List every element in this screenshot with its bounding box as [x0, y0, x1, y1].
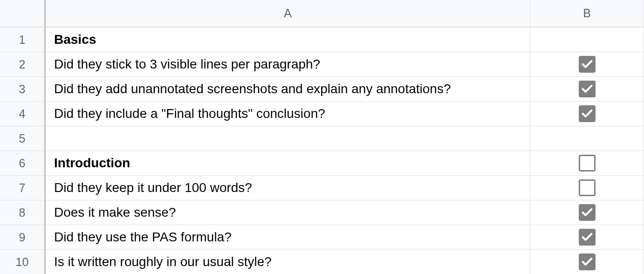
row-header-3[interactable]: 3 — [0, 76, 46, 101]
checkbox-b6[interactable] — [579, 155, 596, 171]
cell-b6[interactable] — [530, 151, 644, 175]
check-icon — [581, 107, 594, 120]
cell-b9[interactable] — [530, 225, 644, 249]
row-header-2[interactable]: 2 — [0, 52, 46, 76]
cell-b8[interactable] — [530, 200, 644, 225]
cell-a10[interactable]: Is it written roughly in our usual style… — [46, 249, 530, 274]
checkbox-b10[interactable] — [579, 253, 596, 270]
cell-a1[interactable]: Basics — [46, 27, 530, 52]
cell-a8[interactable]: Does it make sense? — [46, 200, 530, 225]
checkbox-b2[interactable] — [579, 56, 596, 73]
row-header-1[interactable]: 1 — [0, 27, 46, 52]
cell-a2[interactable]: Did they stick to 3 visible lines per pa… — [46, 52, 530, 76]
check-icon — [581, 206, 594, 219]
checkbox-b9[interactable] — [579, 229, 596, 246]
row-header-8[interactable]: 8 — [0, 200, 46, 225]
row-header-10[interactable]: 10 — [0, 249, 46, 274]
corner-cell[interactable] — [0, 0, 46, 27]
cell-b3[interactable] — [530, 76, 644, 101]
cell-a4[interactable]: Did they include a "Final thoughts" conc… — [46, 101, 530, 126]
cell-b5[interactable] — [530, 126, 644, 151]
row-header-7[interactable]: 7 — [0, 175, 46, 200]
check-icon — [581, 255, 594, 268]
checkbox-b7[interactable] — [579, 179, 596, 196]
cell-a9[interactable]: Did they use the PAS formula? — [46, 225, 530, 249]
cell-a5[interactable] — [46, 126, 530, 151]
row-header-9[interactable]: 9 — [0, 225, 46, 249]
check-icon — [581, 231, 594, 244]
column-header-b[interactable]: B — [530, 0, 644, 27]
spreadsheet-grid: A B 1 Basics 2 Did they stick to 3 visib… — [0, 0, 644, 274]
check-icon — [581, 58, 594, 71]
checkbox-b8[interactable] — [579, 204, 596, 221]
cell-a6[interactable]: Introduction — [46, 151, 530, 175]
row-header-4[interactable]: 4 — [0, 101, 46, 126]
cell-a3[interactable]: Did they add unannotated screenshots and… — [46, 76, 530, 101]
cell-b10[interactable] — [530, 249, 644, 274]
checkbox-b4[interactable] — [579, 105, 596, 122]
row-header-6[interactable]: 6 — [0, 151, 46, 175]
row-header-5[interactable]: 5 — [0, 126, 46, 151]
cell-b1[interactable] — [530, 27, 644, 52]
check-icon — [581, 82, 594, 96]
cell-b4[interactable] — [530, 101, 644, 126]
cell-b7[interactable] — [530, 175, 644, 200]
cell-a7[interactable]: Did they keep it under 100 words? — [46, 175, 530, 200]
column-header-a[interactable]: A — [46, 0, 530, 27]
cell-b2[interactable] — [530, 52, 644, 76]
checkbox-b3[interactable] — [579, 81, 596, 97]
